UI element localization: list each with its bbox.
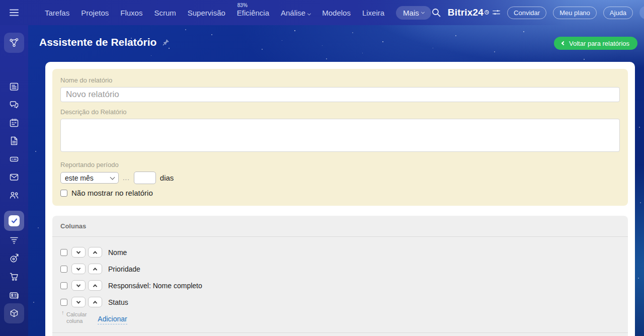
sidebar-item-contact-center[interactable] <box>9 290 20 301</box>
contact-card-icon <box>9 290 20 301</box>
search-icon <box>431 8 441 18</box>
column-row: Nome <box>60 247 620 258</box>
report-name-input[interactable] <box>60 87 620 102</box>
move-down-button[interactable] <box>71 247 86 258</box>
column-label: Status <box>108 298 128 306</box>
hamburger-icon <box>9 9 19 17</box>
chevron-left-icon <box>561 41 566 45</box>
move-down-button[interactable] <box>71 264 86 274</box>
search-button[interactable] <box>431 8 441 18</box>
activity-network-icon <box>9 37 20 48</box>
column-label: Responsável: Nome completo <box>108 282 202 290</box>
chevron-down-icon <box>76 283 80 287</box>
invite-button[interactable]: Convidar <box>507 7 546 19</box>
move-up-button[interactable] <box>88 264 102 274</box>
employees-icon <box>9 190 20 201</box>
column-row: Prioridade <box>60 264 620 274</box>
sidebar-item-newsfeed[interactable] <box>9 81 20 92</box>
sidebar-item-employees[interactable] <box>9 190 20 201</box>
hide-in-report-label: Não mostrar no relatório <box>71 189 153 197</box>
sidebar-item-activity[interactable] <box>4 33 24 53</box>
sidebar-item-marketing[interactable] <box>9 253 20 264</box>
report-wizard-card: Nome do relatório Descrição do Relatório… <box>45 62 635 336</box>
column-checkbox[interactable] <box>60 249 67 256</box>
left-sidebar <box>0 25 28 336</box>
move-down-button[interactable] <box>71 297 86 307</box>
add-column-link[interactable]: Adicionar <box>98 315 127 324</box>
chevron-up-icon <box>93 284 97 288</box>
nav-eficiencia[interactable]: 83% Eficiência <box>237 9 269 17</box>
chevron-up-icon <box>93 251 97 255</box>
hide-in-report-checkbox[interactable] <box>60 190 67 197</box>
column-checkbox[interactable] <box>60 266 67 273</box>
column-label: Nome <box>108 248 127 257</box>
report-name-label: Nome do relatório <box>60 76 620 84</box>
sidebar-item-market[interactable] <box>4 303 24 323</box>
chevron-down-icon <box>76 249 80 254</box>
sidebar-item-documents[interactable] <box>9 135 20 146</box>
shop-cart-icon <box>9 271 20 282</box>
period-separator: ... <box>123 174 130 182</box>
my-plan-button[interactable]: Meu plano <box>553 7 597 19</box>
reporting-period-label: Reportando período <box>60 161 620 169</box>
sidebar-item-crm-funnel[interactable] <box>9 234 20 245</box>
nav-more-button[interactable]: Mais <box>396 6 431 20</box>
mail-icon <box>9 172 20 183</box>
column-checkbox[interactable] <box>60 299 67 306</box>
crm-funnel-icon <box>9 234 20 245</box>
main-nav: Tarefas Projetos Fluxos Scrum Supervisão… <box>45 6 431 20</box>
news-feed-icon <box>9 81 20 92</box>
period-select[interactable]: este mês <box>60 172 119 184</box>
sidebar-item-messenger[interactable] <box>9 99 20 110</box>
move-down-button[interactable] <box>71 280 86 291</box>
sidebar-item-mail[interactable] <box>9 172 20 183</box>
chevron-down-icon <box>307 12 311 15</box>
column-row: Responsável: Nome completo <box>60 280 620 291</box>
column-row: Status <box>60 297 620 307</box>
nav-projetos[interactable]: Projetos <box>81 9 109 17</box>
sidebar-item-drive[interactable] <box>9 153 20 164</box>
clock-widget[interactable]: 10:40 <box>639 6 644 19</box>
nav-lixeira[interactable]: Lixeira <box>362 9 384 17</box>
nav-tarefas[interactable]: Tarefas <box>45 9 69 17</box>
back-to-reports-button[interactable]: Voltar para relatórios <box>554 37 637 50</box>
chevron-up-icon <box>93 301 97 305</box>
column-checkbox[interactable] <box>60 282 67 289</box>
chevron-down-icon <box>421 10 425 14</box>
days-count-input[interactable] <box>134 172 156 184</box>
bitrix24-logo[interactable]: Bitrix24 <box>448 7 501 18</box>
drive-icon <box>9 153 20 164</box>
tasks-check-icon <box>9 215 20 226</box>
nav-scrum[interactable]: Scrum <box>154 9 176 17</box>
sidebar-item-shop[interactable] <box>9 271 20 282</box>
columns-header: Colunas <box>52 216 628 237</box>
report-settings-panel: Nome do relatório Descrição do Relatório… <box>52 69 628 206</box>
help-button[interactable]: Ajuda <box>603 7 633 19</box>
move-up-button[interactable] <box>88 297 102 307</box>
reporting-period-row: este mês ... dias <box>60 172 620 184</box>
chevron-down-icon <box>76 299 80 303</box>
calc-column-row: ↑ Calcular coluna Adicionar <box>61 311 620 324</box>
logo-clock-icon <box>485 10 489 15</box>
calendar-icon <box>9 117 20 128</box>
report-description-textarea[interactable] <box>60 119 620 152</box>
sort-row: Ordenar por coluna Nome ascendente <box>52 332 628 336</box>
hamburger-menu-button[interactable] <box>0 9 28 17</box>
nav-analise[interactable]: Análise <box>281 9 310 17</box>
chevron-down-icon <box>76 266 80 270</box>
days-suffix-label: dias <box>160 174 174 182</box>
sidebar-item-tasks-active[interactable] <box>4 211 24 231</box>
package-box-icon <box>9 308 20 319</box>
move-up-button[interactable] <box>88 247 102 258</box>
nav-supervisao[interactable]: Supervisão <box>188 9 225 17</box>
efficiency-badge: 83% <box>237 3 248 8</box>
columns-panel: Colunas Nome Prioridade Responsável: Nom… <box>52 216 628 336</box>
sidebar-item-calendar[interactable] <box>9 117 20 128</box>
calc-column-note: ↑ Calcular coluna <box>61 311 87 324</box>
sliders-icon[interactable] <box>492 9 501 17</box>
move-up-button[interactable] <box>88 280 102 291</box>
columns-list: Nome Prioridade Responsável: Nome comple… <box>52 237 628 324</box>
nav-modelos[interactable]: Modelos <box>322 9 351 17</box>
nav-fluxos[interactable]: Fluxos <box>120 9 142 17</box>
pushpin-icon[interactable] <box>162 38 170 47</box>
